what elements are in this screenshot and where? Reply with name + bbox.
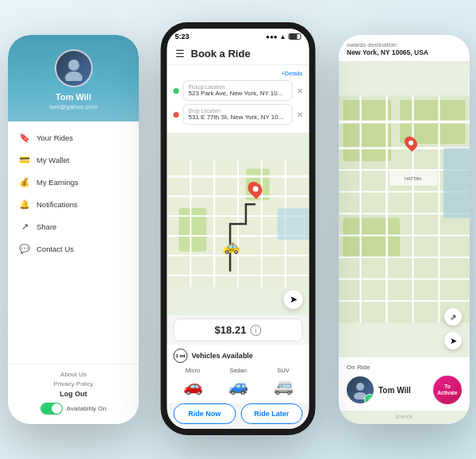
svg-text:HATTAN: HATTAN xyxy=(405,176,421,181)
right-compass-button[interactable]: ➤ xyxy=(444,332,462,349)
menu-label: Your Rides xyxy=(36,133,73,142)
menu-item-my-earnings[interactable]: 💰 My Earnings xyxy=(8,171,139,193)
user-header: Tom Will tom@yahoo.com xyxy=(8,35,139,122)
svg-point-0 xyxy=(68,60,79,71)
status-icons: ●●● ▲ xyxy=(266,33,301,40)
vehicle-micro[interactable]: Micro 🚗 xyxy=(174,367,213,395)
wifi-icon: ▲ xyxy=(280,33,286,40)
map-area: 🚕 ➤ xyxy=(167,133,309,315)
wallet-icon: 💳 xyxy=(19,154,30,165)
drop-dot xyxy=(174,112,179,118)
status-bar: 5:23 ●●● ▲ xyxy=(167,29,309,43)
about-us-link[interactable]: About Us xyxy=(19,371,128,378)
menu-item-share[interactable]: ↗ Share xyxy=(8,215,139,237)
menu-item-notifications[interactable]: 🔔 Notifications xyxy=(8,193,139,215)
menu-list: 🔖 Your Rides 💳 My Wallet 💰 My Earnings 🔔… xyxy=(8,122,139,364)
drop-row: Drop Location 531 E 77th St, New York, N… xyxy=(174,104,303,125)
right-phone: owards destination: New York, NY 10065, … xyxy=(339,35,470,424)
price-value: $18.21 xyxy=(215,324,247,336)
svg-rect-34 xyxy=(443,148,470,218)
details-link[interactable]: +Details xyxy=(174,70,303,77)
drop-input[interactable]: Drop Location 531 E 77th St, New York, N… xyxy=(183,104,293,125)
hamburger-menu[interactable]: ☰ xyxy=(175,48,185,60)
page-title: Book a Ride xyxy=(191,48,251,60)
avatar xyxy=(55,49,93,87)
signal-icon: ●●● xyxy=(266,33,278,40)
vehicle-types: Micro 🚗 Sedan 🚙 SUV 🚐 xyxy=(174,367,303,395)
vehicles-section: 1 mi Vehicles Available Micro 🚗 Sedan 🚙 … xyxy=(167,345,309,403)
rider-row: 4 Tom Will ToActivate xyxy=(347,376,462,404)
destination-prefix: owards destination: xyxy=(347,41,462,48)
menu-footer: About Us Privacy Policy Log Out Availabi… xyxy=(8,364,139,424)
center-phone: 5:23 ●●● ▲ ☰ Book a Ride +Details Pickup… xyxy=(161,22,316,435)
vehicle-suv-label: SUV xyxy=(264,367,303,374)
svg-rect-20 xyxy=(344,218,401,258)
user-name: Tom Will xyxy=(17,92,129,102)
destination-address: New York, NY 10065, USA xyxy=(347,48,462,56)
vehicle-sedan[interactable]: Sedan 🚙 xyxy=(219,367,258,395)
bell-icon: 🔔 xyxy=(19,199,30,210)
micro-car-image: 🚗 xyxy=(174,376,213,395)
vehicle-suv[interactable]: SUV 🚐 xyxy=(264,367,303,395)
drop-label: Drop Location xyxy=(189,108,287,114)
pickup-label: Pickup Location xyxy=(189,84,287,90)
right-bottom-panel: On Ride 4 Tom Will ToActivate xyxy=(339,357,470,411)
vehicles-title: Vehicles Available xyxy=(192,352,253,360)
price-bar: $18.21 i xyxy=(174,318,303,341)
drop-clear-button[interactable]: ✕ xyxy=(297,110,303,119)
chat-icon: 💬 xyxy=(19,243,30,254)
vehicle-micro-label: Micro xyxy=(174,367,213,374)
logout-button[interactable]: Log Out xyxy=(19,390,128,398)
on-ride-status: On Ride xyxy=(347,364,462,371)
suv-car-image: 🚐 xyxy=(264,376,303,395)
info-icon[interactable]: i xyxy=(250,325,261,336)
share-icon: ↗ xyxy=(19,221,30,232)
pickup-row: Pickup Location 523 Park Ave, New York, … xyxy=(174,80,303,101)
left-phone: Tom Will tom@yahoo.com 🔖 Your Rides 💳 My… xyxy=(8,35,139,424)
menu-label: Contact Us xyxy=(36,245,74,253)
menu-label: Notifications xyxy=(36,200,78,209)
share-button[interactable]: ⇗ xyxy=(444,308,462,326)
pickup-dot xyxy=(174,88,179,94)
vehicle-sedan-label: Sedan xyxy=(219,367,258,374)
activate-button[interactable]: ToActivate xyxy=(433,376,462,404)
right-top-bar: owards destination: New York, NY 10065, … xyxy=(339,35,470,61)
battery-icon xyxy=(289,33,301,40)
destination-marker xyxy=(248,181,261,197)
compass-button[interactable]: ➤ xyxy=(284,290,303,309)
pickup-value: 523 Park Ave, New York, NY 10... xyxy=(189,90,287,97)
pickup-clear-button[interactable]: ✕ xyxy=(297,87,303,95)
toggle-label: Availability On xyxy=(67,405,107,412)
menu-label: My Earnings xyxy=(36,178,79,187)
privacy-policy-link[interactable]: Privacy Policy xyxy=(19,380,128,388)
drop-value: 531 E 77th St, New York, NY 10... xyxy=(189,114,287,121)
rider-avatar: 4 xyxy=(347,376,374,403)
location-inputs: +Details Pickup Location 523 Park Ave, N… xyxy=(167,65,309,133)
right-map-area: HATTAN ⇗ ➤ xyxy=(339,61,470,357)
menu-label: Share xyxy=(36,222,56,231)
menu-item-contact[interactable]: 💬 Contact Us xyxy=(8,237,139,260)
menu-label: My Wallet xyxy=(36,156,69,164)
car-marker: 🚕 xyxy=(222,237,240,255)
status-time: 5:23 xyxy=(175,33,190,40)
rider-name: Tom Will xyxy=(378,386,411,395)
svg-point-1 xyxy=(65,71,83,81)
action-buttons: Ride Now Ride Later xyxy=(167,403,309,429)
bookmark-icon: 🔖 xyxy=(19,132,30,143)
right-footer: licence xyxy=(339,411,470,424)
ride-later-button[interactable]: Ride Later xyxy=(240,403,303,424)
menu-item-my-wallet[interactable]: 💳 My Wallet xyxy=(8,148,139,171)
top-bar: ☰ Book a Ride xyxy=(167,43,309,65)
menu-item-your-rides[interactable]: 🔖 Your Rides xyxy=(8,126,139,148)
sedan-car-image: 🚙 xyxy=(219,376,258,395)
ride-now-button[interactable]: Ride Now xyxy=(174,403,236,424)
miles-badge: 1 mi xyxy=(174,349,188,363)
pickup-input[interactable]: Pickup Location 523 Park Ave, New York, … xyxy=(183,80,293,101)
svg-point-37 xyxy=(356,383,364,391)
rider-badge: 4 xyxy=(364,394,374,403)
vehicles-header: 1 mi Vehicles Available xyxy=(174,349,303,363)
user-email: tom@yahoo.com xyxy=(17,103,129,110)
earnings-icon: 💰 xyxy=(19,176,30,187)
footer-note: licence xyxy=(396,414,413,419)
availability-toggle[interactable] xyxy=(40,403,63,415)
